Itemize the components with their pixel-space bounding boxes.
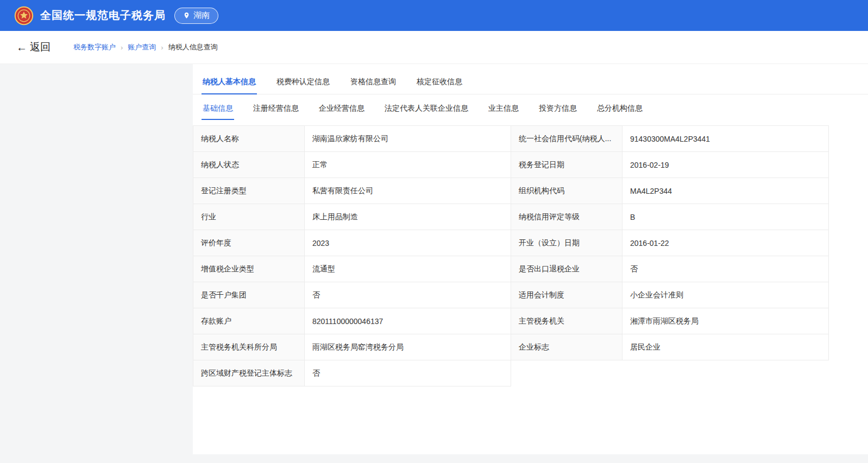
field-label: 统一社会信用代码(纳税人... (511, 126, 622, 152)
field-value: 2016-02-19 (622, 152, 829, 178)
field-value: MA4L2P344 (622, 178, 829, 204)
subtab-registered-business-info[interactable]: 注册经营信息 (252, 97, 300, 120)
table-row: 跨区域财产税登记主体标志 否 (193, 360, 829, 386)
table-row: 增值税企业类型 流通型 是否出口退税企业 否 (193, 256, 829, 282)
field-value: 雨湖区税务局窑湾税务分局 (305, 334, 511, 360)
breadcrumb-link-tax-digital-account[interactable]: 税务数字账户 (73, 42, 116, 52)
field-value: 2023 (305, 230, 511, 256)
field-value: 否 (622, 256, 829, 282)
field-label: 登记注册类型 (193, 178, 305, 204)
field-label: 主管税务机关科所分局 (193, 334, 305, 360)
location-badge[interactable]: 湖南 (174, 8, 218, 24)
table-row: 主管税务机关科所分局 雨湖区税务局窑湾税务分局 企业标志 居民企业 (193, 334, 829, 360)
field-value: 82011100000046137 (305, 308, 511, 334)
field-label: 开业（设立）日期 (511, 230, 622, 256)
national-emblem-logo (14, 6, 34, 26)
subtab-head-branch-info[interactable]: 总分机构信息 (596, 97, 644, 120)
field-value: 否 (305, 282, 511, 308)
field-label: 增值税企业类型 (193, 256, 305, 282)
table-row: 行业 床上用品制造 纳税信用评定等级 B (193, 204, 829, 230)
breadcrumb: 税务数字账户 › 账户查询 › 纳税人信息查询 (73, 42, 218, 52)
field-label: 主管税务机关 (511, 308, 622, 334)
field-label: 组织机构代码 (511, 178, 622, 204)
breadcrumb-separator-icon: › (121, 43, 123, 52)
subtab-owner-info[interactable]: 业主信息 (487, 97, 520, 120)
back-arrow-icon: ← (16, 42, 27, 53)
breadcrumb-bar: ← 返回 税务数字账户 › 账户查询 › 纳税人信息查询 (0, 31, 868, 64)
table-row: 存款账户 82011100000046137 主管税务机关 湘潭市雨湖区税务局 (193, 308, 829, 334)
field-value: 居民企业 (622, 334, 829, 360)
empty-cell (511, 360, 829, 386)
primary-tabs: 纳税人基本信息 税费种认定信息 资格信息查询 核定征收信息 (193, 64, 868, 94)
tab-taxpayer-basic-info[interactable]: 纳税人基本信息 (202, 69, 257, 94)
page: 全国统一规范电子税务局 湖南 ← 返回 税务数字账户 › 账户查询 › 纳税人信… (0, 0, 868, 463)
field-value: 正常 (305, 152, 511, 178)
field-value: 床上用品制造 (305, 204, 511, 230)
field-value: 小企业会计准则 (622, 282, 829, 308)
breadcrumb-separator-icon: › (161, 43, 163, 52)
field-value: 91430300MA4L2P3441 (622, 126, 829, 152)
tab-assessed-collection-info[interactable]: 核定征收信息 (416, 69, 463, 94)
field-label: 纳税人状态 (193, 152, 305, 178)
location-pin-icon (183, 12, 190, 19)
field-label: 行业 (193, 204, 305, 230)
subtab-legal-rep-related-enterprise-info[interactable]: 法定代表人关联企业信息 (383, 97, 469, 120)
subtab-basic-info[interactable]: 基础信息 (202, 97, 234, 120)
field-label: 税务登记日期 (511, 152, 622, 178)
app-header: 全国统一规范电子税务局 湖南 (0, 0, 868, 31)
field-label: 是否千户集团 (193, 282, 305, 308)
field-value: 湘潭市雨湖区税务局 (622, 308, 829, 334)
field-label: 纳税信用评定等级 (511, 204, 622, 230)
app-title: 全国统一规范电子税务局 (40, 8, 166, 23)
table-row: 登记注册类型 私营有限责任公司 组织机构代码 MA4L2P344 (193, 178, 829, 204)
breadcrumb-current-taxpayer-info-query: 纳税人信息查询 (168, 42, 218, 52)
table-row: 纳税人状态 正常 税务登记日期 2016-02-19 (193, 152, 829, 178)
field-value: B (622, 204, 829, 230)
back-label: 返回 (30, 40, 51, 54)
secondary-tabs: 基础信息 注册经营信息 企业经营信息 法定代表人关联企业信息 业主信息 投资方信… (193, 94, 868, 120)
field-label: 企业标志 (511, 334, 622, 360)
field-value: 否 (305, 360, 511, 386)
field-value: 2016-01-22 (622, 230, 829, 256)
field-value: 流通型 (305, 256, 511, 282)
field-label: 是否出口退税企业 (511, 256, 622, 282)
location-label: 湖南 (193, 10, 210, 21)
content-panel: 纳税人基本信息 税费种认定信息 资格信息查询 核定征收信息 基础信息 注册经营信… (193, 64, 868, 454)
field-label: 适用会计制度 (511, 282, 622, 308)
field-label: 存款账户 (193, 308, 305, 334)
tab-tax-fee-type-info[interactable]: 税费种认定信息 (275, 69, 331, 94)
field-label: 评价年度 (193, 230, 305, 256)
main-area: 纳税人基本信息 税费种认定信息 资格信息查询 核定征收信息 基础信息 注册经营信… (0, 64, 868, 463)
table-row: 评价年度 2023 开业（设立）日期 2016-01-22 (193, 230, 829, 256)
table-row: 是否千户集团 否 适用会计制度 小企业会计准则 (193, 282, 829, 308)
back-button[interactable]: ← 返回 (16, 40, 51, 54)
taxpayer-info-table: 纳税人名称 湖南温欣家纺有限公司 统一社会信用代码(纳税人... 9143030… (193, 125, 829, 386)
breadcrumb-link-account-query[interactable]: 账户查询 (128, 42, 156, 52)
field-label: 跨区域财产税登记主体标志 (193, 360, 305, 386)
tab-qualification-info-query[interactable]: 资格信息查询 (349, 69, 397, 94)
field-label: 纳税人名称 (193, 126, 305, 152)
left-gutter (0, 64, 193, 463)
table-row: 纳税人名称 湖南温欣家纺有限公司 统一社会信用代码(纳税人... 9143030… (193, 126, 829, 152)
subtab-enterprise-business-info[interactable]: 企业经营信息 (318, 97, 366, 120)
subtab-investor-info[interactable]: 投资方信息 (538, 97, 578, 120)
field-value: 湖南温欣家纺有限公司 (305, 126, 511, 152)
field-value: 私营有限责任公司 (305, 178, 511, 204)
